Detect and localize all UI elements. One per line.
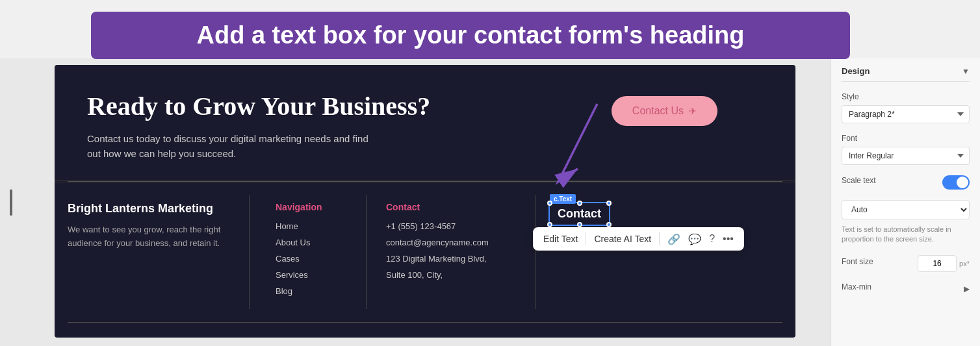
max-min-row[interactable]: Max-min ▶ (842, 282, 970, 295)
contact-email: contact@agencyname.com (386, 238, 515, 247)
handle-br[interactable] (606, 222, 612, 227)
instruction-banner: Add a text box for your contact form's h… (91, 12, 850, 59)
handle-bm[interactable] (577, 222, 582, 227)
scale-mode-section: Auto Text is set to automatically scale … (842, 200, 970, 245)
link-icon[interactable]: 🔗 (667, 233, 680, 245)
create-ai-text-button[interactable]: Create AI Text (594, 234, 651, 244)
handle-tm[interactable] (577, 201, 582, 206)
canvas-bottom-divider (68, 322, 782, 323)
scale-hint: Text is set to automatically scale in pr… (842, 225, 970, 245)
footer-brand: Bright Lanterns Marketing We want to see… (55, 195, 250, 309)
hero-subtitle: Contact us today to discuss your digital… (87, 132, 373, 161)
nav-item-cases[interactable]: Cases (276, 254, 340, 264)
edit-text-label: Edit Text (543, 234, 578, 244)
font-section: Font Inter Regular (842, 134, 970, 165)
text-element-label: c.Text (550, 194, 576, 204)
contact-heading-content[interactable]: Contact (558, 207, 601, 220)
contact-heading-text-element[interactable]: c.Text Contact (548, 202, 610, 226)
handle-tr[interactable] (606, 201, 612, 206)
editor-toolbar[interactable]: Edit Text Create AI Text 🔗 💬 ? ••• (533, 227, 744, 251)
contact-us-label: Contact Us (632, 105, 684, 117)
nav-item-home[interactable]: Home (276, 221, 340, 231)
create-ai-label: Create AI Text (594, 234, 651, 244)
left-edge-indicator (10, 190, 12, 216)
contact-us-button[interactable]: Contact Us ✈ (612, 96, 717, 126)
nav-item-blog[interactable]: Blog (276, 286, 340, 296)
footer-contact-column: Contact +1 (555) 123-4567 contact@agency… (367, 195, 535, 309)
editor-area: Ready to Grow Your Business? Contact us … (0, 58, 831, 346)
contact-phone: +1 (555) 123-4567 (386, 221, 515, 231)
max-min-label: Max-min (842, 282, 871, 291)
send-icon: ✈ (689, 106, 697, 116)
font-select[interactable]: Inter Regular (842, 147, 970, 165)
edit-text-button[interactable]: Edit Text (543, 234, 578, 244)
footer-section: Bright Lanterns Marketing We want to see… (55, 182, 795, 322)
panel-chevron-icon[interactable]: ▼ (962, 67, 970, 76)
style-section: Style Paragraph 2* (842, 92, 970, 123)
font-size-unit: px* (959, 260, 970, 267)
handle-tl[interactable] (547, 201, 552, 206)
toolbar-divider-1 (586, 232, 586, 245)
font-size-input[interactable]: 16 (918, 255, 957, 272)
brand-name: Bright Lanterns Marketing (68, 202, 236, 216)
nav-item-about[interactable]: About Us (276, 238, 340, 247)
contact-column-title: Contact (386, 202, 515, 212)
banner-text: Add a text box for your contact form's h… (114, 21, 827, 49)
style-label: Style (842, 92, 970, 101)
handle-bl[interactable] (547, 222, 552, 227)
font-size-section: Font size 16 px* (842, 255, 970, 272)
toolbar-divider-2 (659, 232, 660, 245)
scale-text-label: Scale text (842, 176, 876, 185)
toggle-knob (957, 177, 968, 188)
contact-heading-box[interactable]: c.Text Contact (535, 195, 795, 309)
scale-mode-select[interactable]: Auto (842, 200, 970, 219)
help-icon[interactable]: ? (709, 233, 715, 245)
scale-text-toggle[interactable] (942, 175, 970, 190)
right-panel: Design ▼ Style Paragraph 2* Font Inter R… (831, 58, 980, 346)
footer-nav-column: Navigation Home About Us Cases Services … (250, 195, 367, 309)
brand-description: We want to see you grow, reach the right… (68, 223, 236, 251)
nav-item-services[interactable]: Services (276, 270, 340, 280)
nav-column-title: Navigation (276, 202, 340, 212)
contact-address-2: Suite 100, City, (386, 270, 515, 280)
scale-text-row: Scale text (842, 175, 970, 190)
panel-tab-design[interactable]: Design (842, 66, 870, 76)
contact-address-1: 123 Digital Marketing Blvd, (386, 254, 515, 264)
max-min-chevron-icon[interactable]: ▶ (964, 284, 970, 293)
font-size-label: Font size (842, 257, 873, 266)
canvas-wrapper: Ready to Grow Your Business? Contact us … (55, 65, 795, 338)
comment-icon[interactable]: 💬 (688, 233, 701, 245)
style-select[interactable]: Paragraph 2* (842, 105, 970, 123)
font-size-row: Font size 16 px* (842, 255, 970, 272)
more-options-icon[interactable]: ••• (723, 233, 734, 245)
font-label: Font (842, 134, 970, 143)
panel-header: Design ▼ (842, 66, 970, 82)
